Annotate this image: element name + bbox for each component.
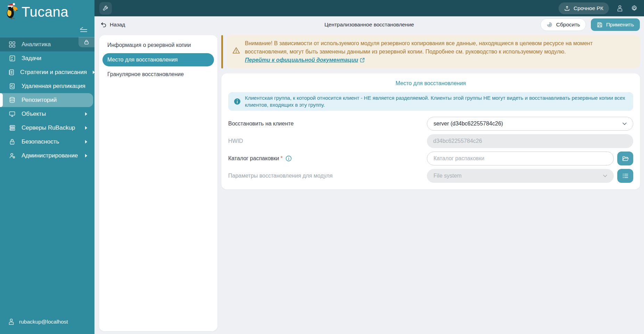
app-title: Tucana	[22, 3, 68, 21]
security-lock-icon	[8, 138, 16, 145]
client-select-value: server (d34bc62255784c26)	[434, 121, 503, 127]
chevron-down-icon	[622, 122, 627, 125]
tab-granular-restore[interactable]: Гранулярное восстановление	[102, 68, 214, 81]
save-icon	[597, 22, 603, 28]
tab-restore-location[interactable]: Место для восстановления	[102, 53, 214, 66]
current-user[interactable]: rubackup@localhost	[0, 318, 94, 334]
sidebar-item-servers[interactable]: Серверы RuBackup	[0, 121, 94, 135]
profile-icon[interactable]	[617, 5, 623, 12]
back-button[interactable]: Назад	[101, 22, 125, 28]
header-actions: Сбросить Применить	[540, 18, 640, 31]
settings-gear-icon[interactable]	[631, 5, 638, 12]
sidebar-item-administration[interactable]: Администрирование	[0, 149, 94, 163]
module-params-list-button[interactable]	[617, 169, 633, 183]
warning-box: Внимание! В зависимости от используемого…	[226, 35, 640, 68]
logo: Tucana	[0, 0, 94, 20]
objects-icon	[8, 111, 16, 117]
chevron-right-icon	[85, 126, 88, 130]
hwid-value: d34bc62255784c26	[433, 138, 482, 144]
page-title: Централизованное восстановление	[324, 22, 414, 28]
apply-label: Применить	[606, 22, 634, 28]
form-rows: Восстановить на клиенте server (d34bc622…	[228, 115, 633, 185]
sidebar-item-label: Репозиторий	[22, 97, 87, 104]
module-params-value: File system	[434, 173, 462, 179]
tucana-logo-icon	[4, 3, 18, 19]
client-select[interactable]: server (d34bc62255784c26)	[427, 117, 633, 131]
administration-icon	[8, 152, 16, 159]
chevron-right-icon	[85, 154, 88, 158]
reset-button[interactable]: Сбросить	[540, 18, 586, 31]
sidebar-item-label: Безопасность	[22, 138, 79, 145]
grid-icon	[8, 41, 16, 48]
sidebar-item-analytics[interactable]: Аналитика	[0, 38, 94, 51]
module-params-select: File system	[427, 169, 614, 183]
warning-accent-bar	[221, 35, 223, 68]
chevron-right-icon	[85, 140, 88, 144]
sidebar-item-label: Удаленная репликация	[22, 83, 88, 90]
unpack-dir-input[interactable]	[427, 152, 614, 165]
hwid-field-label: HWID	[228, 138, 427, 144]
tools-button[interactable]	[99, 2, 112, 15]
replication-icon	[8, 83, 16, 90]
apply-button[interactable]: Применить	[591, 18, 640, 31]
reset-label: Сбросить	[556, 22, 580, 28]
client-group-info-text: Клиентская группа, к которой относится к…	[245, 95, 628, 108]
sidebar-item-label: Администрирование	[22, 152, 79, 159]
page-header: Назад Централизованное восстановление Сб…	[94, 16, 644, 33]
sidebar: Tucana Аналитика	[0, 0, 94, 334]
sidebar-item-objects[interactable]: Объекты	[0, 107, 94, 121]
locked-badge	[79, 37, 94, 47]
info-circle-icon	[234, 98, 241, 105]
tab-label: Гранулярное восстановление	[107, 71, 184, 78]
documentation-link-label: Перейти к официальной документации	[245, 56, 358, 64]
sidebar-item-security[interactable]: Безопасность	[0, 135, 94, 149]
back-label: Назад	[110, 22, 125, 28]
field-info-icon[interactable]	[286, 155, 292, 162]
tab-label: Место для восстановления	[107, 57, 177, 63]
tasks-icon	[8, 55, 16, 62]
urgent-backup-button[interactable]: Срочное РК	[559, 2, 609, 14]
warning-banner: Внимание! В зависимости от используемого…	[221, 35, 640, 68]
tab-backup-info[interactable]: Информация о резервной копии	[102, 39, 214, 52]
sidebar-item-remote-replication[interactable]: Удаленная репликация	[0, 79, 94, 93]
main-area: Срочное РК	[94, 0, 644, 334]
restore-steps-panel: Информация о резервной копии Место для в…	[99, 35, 217, 331]
content: Информация о резервной копии Место для в…	[94, 33, 644, 334]
back-arrow-icon	[101, 22, 106, 27]
user-icon	[8, 318, 14, 325]
sidebar-collapse-icon[interactable]	[79, 26, 88, 33]
required-asterisk: *	[280, 155, 282, 162]
list-icon	[622, 173, 628, 178]
module-params-field-label: Параметры восстановления для модуля	[228, 173, 427, 179]
sidebar-item-label: Стратегии и расписания	[20, 69, 87, 76]
warning-text: Внимание! В зависимости от используемого…	[245, 40, 593, 55]
warning-content: Внимание! В зависимости от используемого…	[245, 39, 634, 64]
reset-spiral-icon	[546, 22, 553, 28]
app-root: Tucana Аналитика	[0, 0, 644, 334]
browse-folder-button[interactable]	[617, 152, 633, 165]
sidebar-item-tasks[interactable]: Задачи	[0, 51, 94, 65]
sidebar-item-label: Серверы RuBackup	[22, 124, 79, 131]
documentation-link[interactable]: Перейти к официальной документации	[245, 56, 365, 64]
external-link-icon	[360, 58, 365, 63]
urgent-backup-label: Срочное РК	[573, 5, 603, 11]
client-group-info: Клиентская группа, к которой относится к…	[228, 92, 633, 111]
active-indicator	[0, 93, 3, 107]
repository-icon	[8, 97, 16, 104]
field-row-hwid: HWID d34bc62255784c26	[228, 132, 633, 150]
client-field-label: Восстановить на клиенте	[228, 121, 427, 127]
topbar: Срочное РК	[94, 0, 644, 16]
tab-label: Информация о резервной копии	[107, 42, 191, 48]
sidebar-item-strategies[interactable]: Стратегии и расписания	[0, 65, 94, 79]
strategies-icon	[8, 69, 15, 76]
field-row-client: Восстановить на клиенте server (d34bc622…	[228, 115, 633, 132]
chevron-right-icon	[85, 112, 88, 116]
topbar-actions: Срочное РК	[559, 2, 638, 14]
form-column: Внимание! В зависимости от используемого…	[221, 35, 640, 331]
sidebar-item-label: Объекты	[22, 111, 79, 117]
sidebar-item-repository[interactable]: Репозиторий	[0, 93, 93, 107]
folder-open-icon	[622, 156, 629, 162]
chevron-down-icon	[603, 174, 607, 177]
upload-icon	[564, 5, 570, 11]
servers-icon	[8, 124, 16, 131]
